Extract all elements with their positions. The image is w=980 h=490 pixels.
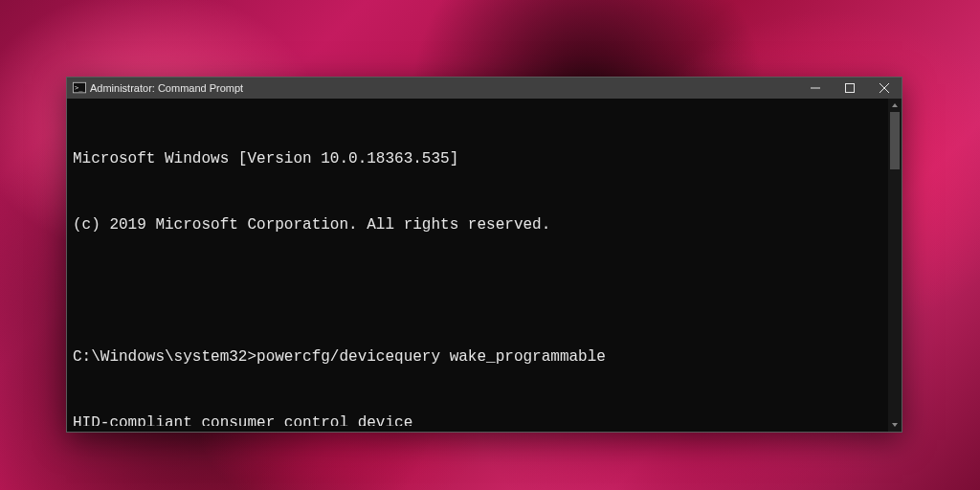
titlebar[interactable]: >_ Administrator: Command Prompt (67, 78, 902, 99)
blank-line (73, 280, 888, 302)
scrollbar-thumb[interactable] (890, 112, 900, 169)
cmd-icon: >_ (73, 81, 86, 95)
svg-rect-2 (846, 84, 855, 93)
entered-command: powercfg/devicequery wake_programmable (256, 348, 606, 366)
vertical-scrollbar[interactable] (888, 99, 902, 432)
output-line: HID-compliant consumer control device (73, 412, 888, 426)
prompt-line: C:\Windows\system32>powercfg/devicequery… (73, 346, 888, 368)
window-title: Administrator: Command Prompt (90, 82, 243, 94)
scrollbar-track[interactable] (888, 112, 902, 418)
minimize-button[interactable] (798, 78, 833, 99)
banner-line: (c) 2019 Microsoft Corporation. All righ… (73, 214, 888, 236)
command-prompt-window: >_ Administrator: Command Prompt Microso… (66, 77, 902, 433)
terminal-area[interactable]: Microsoft Windows [Version 10.0.18363.53… (67, 99, 902, 432)
scroll-down-arrow-icon[interactable] (888, 418, 902, 432)
desktop-background: >_ Administrator: Command Prompt Microso… (0, 0, 980, 490)
svg-text:>_: >_ (75, 84, 83, 92)
banner-line: Microsoft Windows [Version 10.0.18363.53… (73, 148, 888, 170)
maximize-button[interactable] (833, 78, 867, 99)
prompt-path: C:\Windows\system32> (73, 348, 256, 366)
scroll-up-arrow-icon[interactable] (888, 99, 902, 112)
terminal-text: Microsoft Windows [Version 10.0.18363.53… (73, 104, 888, 426)
close-button[interactable] (867, 78, 902, 99)
